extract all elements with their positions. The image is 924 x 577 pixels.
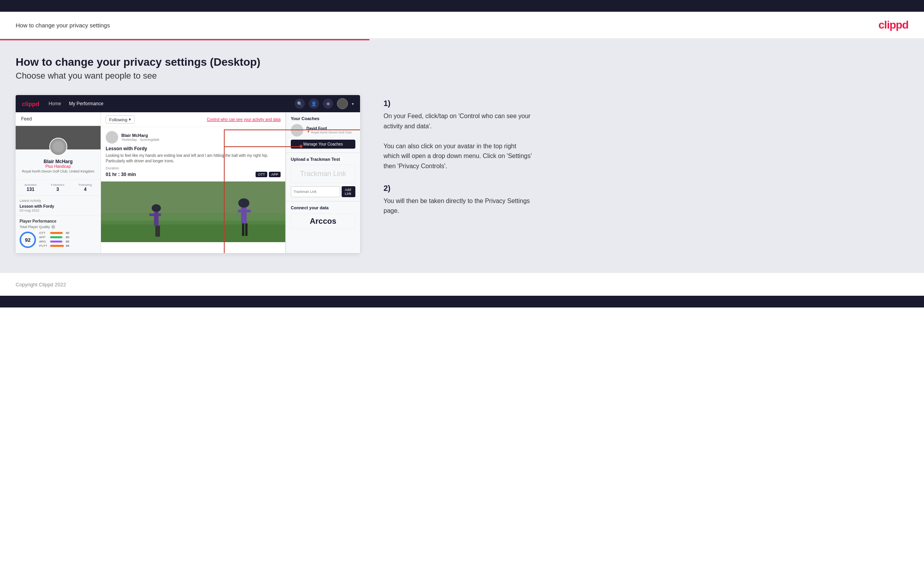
instruction-2-number: 2)	[384, 184, 908, 193]
golf-scene-svg	[101, 182, 285, 242]
add-link-button[interactable]: Add Link	[342, 186, 355, 197]
latest-activity-name: Lesson with Fordy	[16, 204, 101, 209]
location-icon: 📍	[306, 131, 310, 134]
stat-followers-label: Followers	[51, 183, 64, 187]
coach-club: 📍 Royal North Devon Golf Club	[306, 131, 351, 134]
bottom-bar	[0, 296, 924, 307]
app-sidebar: Feed Blair McHarg Plus Handicap Royal No…	[16, 112, 101, 253]
svg-point-3	[152, 204, 161, 212]
copyright-text: Copyright Clippd 2022	[16, 282, 66, 288]
profile-handicap: Plus Handicap	[20, 164, 97, 169]
instruction-2: 2) You will then be taken directly to th…	[384, 184, 908, 216]
trackman-title: Upload a Trackman Test	[291, 157, 355, 162]
page-subheading: Choose what you want people to see	[16, 71, 908, 81]
instruction-2-text: You will then be taken directly to the P…	[384, 196, 532, 216]
player-perf-title: Player Performance	[20, 219, 97, 223]
latest-activity-label: Latest Activity	[16, 196, 101, 204]
plus-icon[interactable]: ⊕	[323, 99, 333, 109]
stat-bar-putt: PUTT 96	[39, 244, 97, 248]
svg-rect-7	[158, 226, 160, 237]
quality-ring: 92 OTT 90 APP 85	[20, 231, 97, 248]
stat-activities-value: 131	[24, 187, 37, 192]
svg-rect-6	[155, 226, 158, 237]
golf-image	[101, 182, 285, 242]
trackman-section: Upload a Trackman Test Trackman Link Add…	[286, 153, 360, 201]
instructions-panel: 1) On your Feed, click/tap on 'Control w…	[376, 95, 908, 228]
app-logo: clippd	[22, 101, 39, 107]
logo: clippd	[879, 19, 908, 31]
header: How to change your privacy settings clip…	[0, 12, 924, 39]
svg-rect-5	[149, 214, 161, 216]
annotation-arrow-line	[225, 146, 301, 147]
feed-post: Blair McHarg Yesterday · Sunningdale Les…	[101, 127, 285, 182]
post-footer: 01 hr : 30 min OTT APP	[106, 172, 281, 177]
post-avatar	[106, 131, 118, 144]
post-header: Blair McHarg Yesterday · Sunningdale	[106, 131, 281, 144]
quality-score: 92	[20, 232, 36, 248]
connect-title: Connect your data	[291, 205, 355, 210]
feed-tab[interactable]: Feed	[16, 112, 101, 126]
app-nav-performance[interactable]: My Performance	[69, 101, 103, 106]
app-feed: Following ▾ Control who can see your act…	[101, 112, 286, 253]
connect-brand: Arccos	[291, 213, 355, 229]
latest-activity-date: 03 Aug 2022	[16, 209, 101, 212]
stat-followers: Followers 3	[51, 183, 64, 192]
profile-stats: Activities 131 Followers 3 Following 4	[16, 180, 101, 196]
app-nav-icons: 🔍 👤 ⊕ ▾	[295, 98, 354, 109]
player-performance: Player Performance Total Player Quality …	[16, 216, 101, 250]
trackman-placeholder: Trackman Link	[291, 165, 355, 183]
info-icon: i	[51, 225, 55, 229]
svg-rect-12	[245, 223, 248, 236]
dropdown-arrow-icon[interactable]: ▾	[352, 102, 354, 106]
stat-following: Following 4	[79, 183, 92, 192]
stat-following-value: 4	[79, 187, 92, 192]
profile-avatar	[49, 138, 67, 156]
profile-header	[16, 126, 101, 149]
main-content: How to change your privacy settings (Des…	[0, 40, 924, 273]
footer: Copyright Clippd 2022	[0, 273, 924, 296]
quality-label: Total Player Quality i	[20, 225, 97, 229]
privacy-link[interactable]: Control who can see your activity and da…	[207, 117, 281, 122]
instruction-1-text: On your Feed, click/tap on 'Control who …	[384, 111, 532, 171]
app-navbar: clippd Home My Performance 🔍 👤 ⊕ ▾	[16, 95, 360, 112]
app-mockup: clippd Home My Performance 🔍 👤 ⊕ ▾ Feed	[16, 95, 360, 253]
trackman-input-row: Add Link	[291, 186, 355, 197]
stat-activities: Activities 131	[24, 183, 37, 192]
profile-name: Blair McHarg	[20, 159, 97, 164]
coach-info: David Ford 📍 Royal North Devon Golf Club	[306, 126, 351, 134]
post-body: Looking to feel like my hands are exitin…	[106, 153, 281, 164]
svg-rect-2	[101, 213, 285, 225]
post-tag-ott: OTT	[256, 172, 267, 177]
user-icon[interactable]: 👤	[309, 99, 319, 109]
post-author-info: Blair McHarg Yesterday · Sunningdale	[121, 133, 159, 142]
post-duration: 01 hr : 30 min	[106, 172, 136, 177]
stat-following-label: Following	[79, 183, 92, 187]
coach-name: David Ford	[306, 126, 351, 131]
search-icon[interactable]: 🔍	[295, 99, 305, 109]
feed-header: Following ▾ Control who can see your act…	[101, 112, 285, 127]
app-nav-home[interactable]: Home	[49, 101, 61, 106]
stat-followers-value: 3	[51, 187, 64, 192]
instruction-1: 1) On your Feed, click/tap on 'Control w…	[384, 99, 908, 171]
dropdown-chevron-icon: ▾	[129, 117, 131, 122]
post-location: Yesterday · Sunningdale	[121, 138, 159, 142]
instruction-1-number: 1)	[384, 99, 908, 108]
post-duration-label: Duration	[106, 166, 281, 170]
svg-rect-11	[242, 223, 244, 236]
page-heading: How to change your privacy settings (Des…	[16, 56, 908, 68]
post-tag-app: APP	[269, 172, 281, 177]
svg-point-8	[238, 198, 249, 208]
stat-bar-arg: ARG 86	[39, 240, 97, 243]
post-author-name: Blair McHarg	[121, 133, 159, 138]
trackman-input[interactable]	[291, 186, 340, 197]
coaches-title: Your Coaches	[291, 116, 355, 121]
avatar-image	[50, 138, 67, 155]
stats-bars: OTT 90 APP 85 ARG	[39, 231, 97, 248]
app-right-sidebar: Your Coaches David Ford 📍 Royal North De…	[286, 112, 360, 253]
following-button[interactable]: Following ▾	[106, 115, 135, 124]
profile-club: Royal North Devon Golf Club, United King…	[20, 169, 97, 173]
stat-activities-label: Activities	[24, 183, 37, 187]
user-avatar[interactable]	[337, 98, 348, 109]
coach-item: David Ford 📍 Royal North Devon Golf Club	[291, 124, 355, 137]
content-layout: clippd Home My Performance 🔍 👤 ⊕ ▾ Feed	[16, 95, 908, 253]
